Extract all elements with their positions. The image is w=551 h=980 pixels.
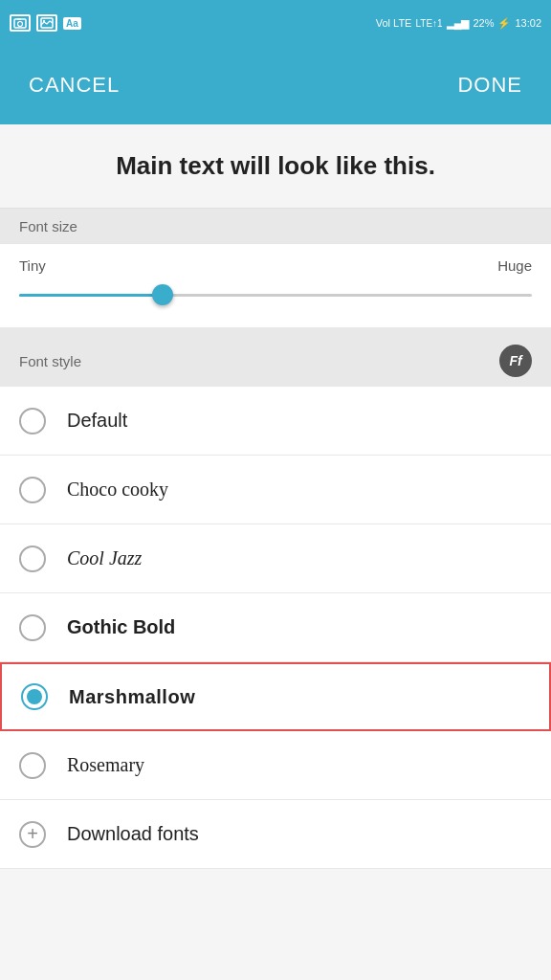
font-item-marshmallow[interactable]: Marshmallow xyxy=(0,662,551,731)
svg-rect-2 xyxy=(17,18,21,20)
font-item-cool-jazz[interactable]: Cool Jazz xyxy=(0,524,551,593)
font-name-default: Default xyxy=(67,410,127,432)
gallery-icon xyxy=(36,14,57,32)
ff-icon[interactable]: Ff xyxy=(499,345,532,377)
status-bar-right: Vol LTE LTE↑1 ▂▄▆ 22% ⚡ 13:02 xyxy=(376,17,541,30)
status-bar: Aa Vol LTE LTE↑1 ▂▄▆ 22% ⚡ 13:02 xyxy=(0,0,551,46)
radio-rosemary[interactable] xyxy=(19,752,46,779)
status-bar-left: Aa xyxy=(10,14,81,32)
slider-fill xyxy=(19,294,163,297)
font-size-section: Tiny Huge xyxy=(0,244,551,335)
font-item-download[interactable]: + Download fonts xyxy=(0,800,551,869)
font-item-choco-cooky[interactable]: Choco cooky xyxy=(0,456,551,524)
font-name-cool-jazz: Cool Jazz xyxy=(67,547,142,569)
font-style-label: Font style xyxy=(19,353,81,369)
slider-track xyxy=(19,294,532,297)
font-icon: Aa xyxy=(63,17,81,30)
cancel-button[interactable]: CANCEL xyxy=(29,73,120,98)
preview-area: Main text will look like this. xyxy=(0,124,551,209)
screenshot-icon xyxy=(10,14,31,32)
font-name-rosemary: Rosemary xyxy=(67,754,144,776)
radio-cool-jazz[interactable] xyxy=(19,546,46,572)
svg-point-1 xyxy=(18,22,23,27)
radio-marshmallow[interactable] xyxy=(21,683,48,710)
font-name-choco-cooky: Choco cooky xyxy=(67,479,168,501)
font-style-list: Default Choco cooky Cool Jazz Gothic Bol… xyxy=(0,387,551,869)
font-item-default[interactable]: Default xyxy=(0,387,551,456)
font-size-label: Font size xyxy=(19,218,77,234)
radio-choco-cooky[interactable] xyxy=(19,477,46,503)
tiny-label: Tiny xyxy=(19,257,46,274)
plus-icon: + xyxy=(19,821,46,848)
radio-gothic-bold[interactable] xyxy=(19,614,46,641)
radio-default[interactable] xyxy=(19,408,46,434)
svg-point-4 xyxy=(43,20,45,22)
size-labels: Tiny Huge xyxy=(19,257,532,274)
signal-bars: ▂▄▆ xyxy=(447,17,470,30)
font-style-section-header: Font style Ff xyxy=(0,335,551,387)
lte-indicator: LTE↑1 xyxy=(415,18,442,29)
huge-label: Huge xyxy=(497,257,532,274)
font-item-rosemary[interactable]: Rosemary xyxy=(0,731,551,800)
time: 13:02 xyxy=(515,17,541,29)
done-button[interactable]: DONE xyxy=(457,73,522,98)
preview-text: Main text will look like this. xyxy=(116,151,435,180)
network-indicator: Vol LTE xyxy=(376,17,412,29)
font-name-download: Download fonts xyxy=(67,823,199,845)
font-name-gothic-bold: Gothic Bold xyxy=(67,616,175,638)
radio-inner-marshmallow xyxy=(27,689,42,704)
font-size-section-header: Font size xyxy=(0,209,551,244)
font-item-gothic-bold[interactable]: Gothic Bold xyxy=(0,593,551,662)
font-size-slider[interactable] xyxy=(19,281,532,308)
font-name-marshmallow: Marshmallow xyxy=(69,686,195,708)
slider-thumb[interactable] xyxy=(152,284,173,305)
battery-level: 22% xyxy=(473,17,494,29)
action-bar: CANCEL DONE xyxy=(0,46,551,124)
battery-charging: ⚡ xyxy=(497,17,511,30)
